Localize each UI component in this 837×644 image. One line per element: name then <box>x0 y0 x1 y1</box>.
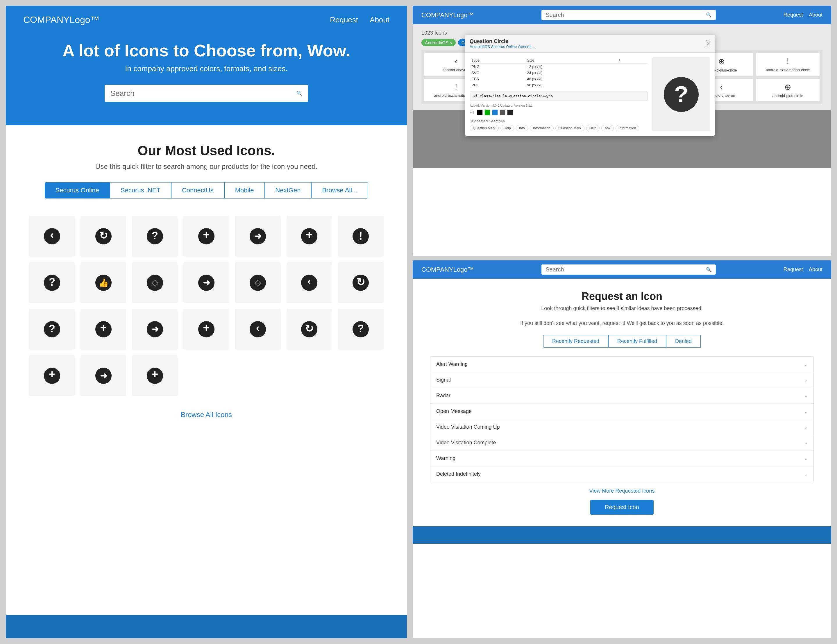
suggested-chip[interactable]: Question Mark <box>469 125 499 131</box>
suggested-chip[interactable]: Help <box>586 125 600 131</box>
chevron-down-icon: ⌄ <box>804 377 807 383</box>
hero-subtitle: In company approved colors, formats, and… <box>125 64 287 73</box>
list-item[interactable]: Video Visitation Complete ⌄ <box>430 435 814 451</box>
browse-all-link[interactable]: Browse All Icons <box>29 411 384 419</box>
list-item[interactable]: Video Visitation Coming Up ⌄ <box>430 419 814 435</box>
logo-suffix: Logo™ <box>69 15 99 25</box>
request-footer <box>413 526 831 544</box>
suggested-searches: Suggested Searches Question Mark Help In… <box>469 119 648 131</box>
tab-denied[interactable]: Denied <box>666 335 701 348</box>
footer <box>6 615 407 638</box>
icon-cell: ! <box>338 216 384 256</box>
table-row[interactable]: PNG12 px (xl) <box>469 64 648 70</box>
svg-text:+: + <box>203 321 210 334</box>
suggested-chip[interactable]: Info <box>516 125 528 131</box>
logo-text: COMPANY <box>23 15 69 25</box>
top-nav-about[interactable]: About <box>809 12 822 18</box>
right-panel: COMPANYLogo™ 🔍 Request About 1023 Icons … <box>413 6 831 638</box>
req-nav-about[interactable]: About <box>809 266 822 273</box>
swatch-blue[interactable] <box>492 110 498 115</box>
tab-recently-fulfilled[interactable]: Recently Fulfilled <box>608 335 666 348</box>
request-logo: COMPANYLogo™ <box>422 266 474 273</box>
request-search-input[interactable] <box>545 266 704 273</box>
icon-cell: ↻ <box>80 216 126 256</box>
table-row[interactable]: PDF96 px (xl) <box>469 82 648 88</box>
tab-browse-all[interactable]: Browse All... <box>311 182 368 199</box>
small-nav-links: Request About <box>783 12 822 18</box>
svg-text:?: ? <box>49 276 55 288</box>
icon-cell: + <box>184 216 229 256</box>
icon-browser: COMPANYLogo™ 🔍 Request About 1023 Icons … <box>413 6 831 256</box>
hero-title: A lot of Icons to Choose from, Wow. <box>62 41 350 60</box>
hero-section: COMPANYLogo™ Request About A lot of Icon… <box>6 6 407 125</box>
item-label: Video Visitation Complete <box>436 440 496 446</box>
suggested-chip[interactable]: Ask <box>601 125 614 131</box>
svg-text:➜: ➜ <box>151 324 158 334</box>
svg-text:+: + <box>100 321 107 334</box>
col-download: ⇓ <box>616 57 648 64</box>
tab-mobile[interactable]: Mobile <box>224 182 265 199</box>
item-label: Radar <box>436 393 450 399</box>
list-item[interactable]: Warning ⌄ <box>430 451 814 467</box>
suggested-chip[interactable]: Question Mark <box>555 125 584 131</box>
search-input[interactable] <box>110 89 293 98</box>
req-logo-text: COMPANY <box>422 266 453 273</box>
nav-about[interactable]: About <box>370 15 389 25</box>
left-panel: COMPANYLogo™ Request About A lot of Icon… <box>6 6 407 638</box>
suggested-chip[interactable]: Help <box>501 125 514 131</box>
chevron-down-icon: ⌄ <box>804 440 807 445</box>
svg-text:+: + <box>151 368 158 380</box>
list-item[interactable]: Open Message ⌄ <box>430 404 814 419</box>
item-label: Video Visitation Coming Up <box>436 424 500 430</box>
icon-cell: ? <box>132 216 177 256</box>
chevron-down-icon: ⌄ <box>804 393 807 398</box>
request-title: Request an Icon <box>430 290 814 302</box>
search-icon: 🔍 <box>706 12 712 18</box>
small-logo-suffix: Logo™ <box>453 12 474 19</box>
item-label: Alert Warning <box>436 361 468 367</box>
req-nav-request[interactable]: Request <box>783 266 803 273</box>
small-logo-text: COMPANY <box>422 12 453 19</box>
search-container: 🔍 <box>105 85 308 102</box>
nav-links: Request About <box>330 15 389 25</box>
tab-nextgen[interactable]: NextGen <box>265 182 312 199</box>
table-row[interactable]: SVG24 px (xl) <box>469 70 648 76</box>
suggested-chip[interactable]: Information <box>530 125 554 131</box>
list-item[interactable]: Alert Warning ⌄ <box>430 356 814 372</box>
tab-connectus[interactable]: ConnectUs <box>171 182 224 199</box>
modal-right: ? <box>652 57 710 131</box>
swatch-black[interactable] <box>477 110 483 115</box>
top-nav-request[interactable]: Request <box>783 12 803 18</box>
svg-text:👍: 👍 <box>98 278 108 288</box>
request-nav-links: Request About <box>783 266 822 273</box>
view-more-link[interactable]: View More Requested Icons <box>430 488 814 494</box>
code-snippet[interactable]: <i class="las la-question-circle"></i> <box>469 92 648 101</box>
main-content: Our Most Used Icons. Use this quick filt… <box>6 125 407 615</box>
swatch-green[interactable] <box>484 110 490 115</box>
icon-item[interactable]: !android-exclamation-circle <box>756 53 819 76</box>
tab-recently-requested[interactable]: Recently Requested <box>543 335 608 348</box>
list-item[interactable]: Radar ⌄ <box>430 388 814 404</box>
table-row[interactable]: EPS48 px (xl) <box>469 76 648 82</box>
request-list: Alert Warning ⌄ Signal ⌄ Radar ⌄ Open Me… <box>430 356 814 482</box>
tab-securus-online[interactable]: Securus Online <box>45 182 110 199</box>
chevron-down-icon: ⌄ <box>804 361 807 367</box>
svg-text:◇: ◇ <box>151 278 158 288</box>
request-icon-button[interactable]: Request Icon <box>590 500 653 515</box>
tab-securus-net[interactable]: Securus .NET <box>110 182 171 199</box>
nav-request[interactable]: Request <box>330 15 358 25</box>
icon-item[interactable]: ⊕android-plus-circle <box>756 79 819 102</box>
icon-cell: + <box>29 355 75 396</box>
swatch-gray[interactable] <box>500 110 505 115</box>
svg-text:+: + <box>49 368 55 380</box>
swatch-dark[interactable] <box>507 110 513 115</box>
item-label: Deleted Indefinitely <box>436 471 481 477</box>
top-search-input[interactable] <box>545 12 704 18</box>
modal-close-button[interactable]: × <box>706 40 710 48</box>
list-item[interactable]: Signal ⌄ <box>430 372 814 388</box>
list-item[interactable]: Deleted Indefinitely ⌄ <box>430 467 814 482</box>
icon-cell: ➜ <box>235 216 281 256</box>
svg-text:‹: ‹ <box>307 276 311 288</box>
filter-chip-android[interactable]: Android/iOS × <box>422 39 456 46</box>
suggested-chip[interactable]: Information <box>615 125 639 131</box>
